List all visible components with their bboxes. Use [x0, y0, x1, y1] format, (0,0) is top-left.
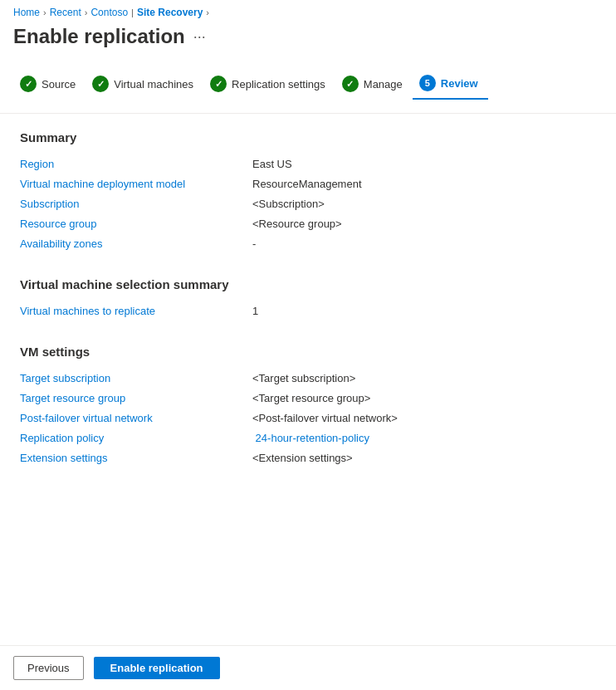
step-vm-label: Virtual machines: [114, 78, 193, 91]
step-source[interactable]: Source: [13, 69, 86, 99]
breadcrumb-home[interactable]: Home: [13, 7, 40, 18]
summary-rg-label: Resource group: [20, 218, 252, 230]
summary-region-row: Region East US: [20, 154, 596, 174]
enable-replication-button[interactable]: Enable replication: [94, 657, 220, 679]
replication-policy-value[interactable]: 24-hour-retention-policy: [252, 432, 369, 444]
extension-settings-label: Extension settings: [20, 452, 252, 464]
vm-to-replicate-value: 1: [252, 305, 258, 317]
step-source-label: Source: [42, 78, 76, 91]
target-sub-row: Target subscription <Target subscription…: [20, 369, 596, 389]
target-rg-row: Target resource group <Target resource g…: [20, 389, 596, 409]
vm-settings-section: VM settings Target subscription <Target …: [20, 345, 596, 468]
previous-button[interactable]: Previous: [13, 656, 84, 680]
step-review-num-icon: 5: [419, 75, 436, 91]
replication-policy-row: Replication policy 24-hour-retention-pol…: [20, 428, 596, 448]
breadcrumb-sep-4: ›: [206, 7, 209, 17]
vm-settings-title: VM settings: [20, 345, 596, 359]
summary-az-row: Availability zones -: [20, 234, 596, 254]
summary-subscription-label: Subscription: [20, 198, 252, 210]
breadcrumb-sep-1: ›: [43, 7, 46, 17]
target-sub-value: <Target subscription>: [252, 372, 355, 384]
content-area: Summary Region East US Virtual machine d…: [0, 130, 616, 511]
summary-region-label: Region: [20, 158, 252, 170]
breadcrumb-recent[interactable]: Recent: [50, 7, 81, 18]
step-source-check-icon: [20, 76, 37, 92]
summary-az-label: Availability zones: [20, 237, 252, 250]
summary-rg-row: Resource group <Resource group>: [20, 214, 596, 234]
step-vm-check-icon: [92, 76, 109, 92]
summary-az-value: -: [252, 237, 256, 250]
step-rep-label: Replication settings: [232, 78, 325, 91]
summary-region-value: East US: [252, 158, 292, 170]
post-failover-vnet-label: Post-failover virtual network: [20, 412, 252, 424]
summary-section: Summary Region East US Virtual machine d…: [20, 130, 596, 254]
breadcrumb: Home › Recent › Contoso | Site Recovery …: [0, 0, 616, 22]
page-title-bar: Enable replication ···: [0, 22, 616, 61]
breadcrumb-sep-3: |: [131, 7, 134, 17]
vm-selection-section: Virtual machine selection summary Virtua…: [20, 277, 596, 321]
summary-deployment-row: Virtual machine deployment model Resourc…: [20, 174, 596, 194]
vm-to-replicate-label: Virtual machines to replicate: [20, 305, 252, 317]
step-replication-settings[interactable]: Replication settings: [203, 69, 335, 99]
step-manage-label: Manage: [364, 78, 403, 91]
summary-deployment-label: Virtual machine deployment model: [20, 178, 252, 190]
step-manage-check-icon: [342, 76, 359, 92]
post-failover-vnet-row: Post-failover virtual network <Post-fail…: [20, 409, 596, 428]
title-options-button[interactable]: ···: [193, 28, 206, 46]
step-rep-check-icon: [210, 76, 227, 92]
breadcrumb-contoso[interactable]: Contoso: [90, 7, 128, 18]
summary-subscription-value: <Subscription>: [252, 198, 325, 210]
step-review-label: Review: [441, 77, 478, 90]
breadcrumb-site-recovery[interactable]: Site Recovery: [137, 7, 203, 18]
target-sub-label: Target subscription: [20, 372, 252, 384]
step-virtual-machines[interactable]: Virtual machines: [86, 69, 203, 99]
step-manage[interactable]: Manage: [335, 69, 413, 99]
post-failover-vnet-value: <Post-failover virtual network>: [252, 412, 398, 424]
target-rg-value: <Target resource group>: [252, 392, 370, 404]
summary-deployment-value: ResourceManagement: [252, 178, 362, 190]
extension-settings-row: Extension settings <Extension settings>: [20, 448, 596, 468]
footer: Previous Enable replication: [0, 645, 616, 690]
vm-to-replicate-row: Virtual machines to replicate 1: [20, 301, 596, 321]
vm-selection-title: Virtual machine selection summary: [20, 277, 596, 291]
summary-subscription-row: Subscription <Subscription>: [20, 194, 596, 214]
page-title: Enable replication: [13, 25, 185, 48]
breadcrumb-sep-2: ›: [85, 7, 88, 17]
step-review[interactable]: 5 Review: [413, 68, 488, 100]
replication-policy-label: Replication policy: [20, 432, 252, 444]
summary-rg-value: <Resource group>: [252, 218, 342, 230]
target-rg-label: Target resource group: [20, 392, 252, 404]
extension-settings-value: <Extension settings>: [252, 452, 353, 464]
wizard-steps: Source Virtual machines Replication sett…: [0, 61, 616, 114]
summary-section-title: Summary: [20, 130, 596, 144]
